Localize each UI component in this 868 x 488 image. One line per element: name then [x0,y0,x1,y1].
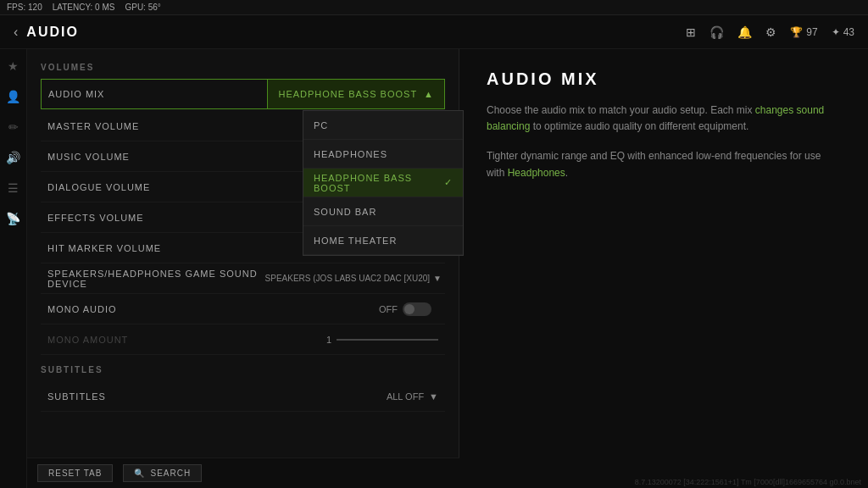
mono-amount-row: MONO AMOUNT 1 [41,324,445,355]
reset-tab-button[interactable]: RESET TAB [37,464,113,482]
dropdown-item-headphone-bass-boost[interactable]: HEADPHONE BASS BOOST ✓ [303,169,463,197]
bottom-bar: RESET TAB 🔍 SEARCH [27,458,459,488]
mono-audio-row[interactable]: MONO AUDIO OFF [41,294,445,324]
slider-track [337,339,438,341]
sidebar-icon-edit[interactable]: ✏ [5,117,22,137]
subtitles-value: ALL OFF ▼ [387,391,445,402]
sidebar-icon-audio[interactable]: 🔊 [3,147,24,168]
desc1-after: to optimize audio quality on different e… [530,120,748,132]
version-info: 8.7.13200072 [34:222:1561+1] Tm [7000[dl… [635,478,861,486]
audio-mix-label: AUDIO MIX [42,80,267,108]
dropdown-item-sound-bar[interactable]: SOUND BAR [303,197,463,226]
mono-amount-label: MONO AMOUNT [41,335,326,345]
page-title: AUDIO [26,25,79,40]
desc1-before: Choose the audio mix to match your audio… [487,104,755,116]
subtitles-section: SUBTITLES SUBTITLES ALL OFF ▼ [41,365,445,412]
rank-icon: ✦ [832,26,840,38]
back-button[interactable]: ‹ [14,25,18,40]
badge-value-1: 97 [806,26,817,38]
sidebar: ★ 👤 ✏ 🔊 ☰ 📡 [0,49,27,488]
settings-icon[interactable]: ⚙ [765,25,776,39]
desc2-after: . [565,167,568,179]
sidebar-icon-star[interactable]: ★ [4,56,22,76]
search-button[interactable]: 🔍 SEARCH [123,464,202,482]
mono-audio-value: OFF [379,302,445,316]
speakers-value: SPEAKERS (JOS LABS UAC2 DAC [XU20] ▼ [265,274,445,283]
reset-tab-label: RESET TAB [48,469,102,478]
notification-icon[interactable]: 🔔 [737,25,752,39]
panel-description-1: Choose the audio mix to match your audio… [487,103,841,135]
mono-amount-number: 1 [326,335,331,345]
latency-stat: LATENCY: 0 MS [53,3,115,12]
speakers-label: SPEAKERS/HEADPHONES GAME SOUND DEVICE [41,269,265,289]
audio-mix-dropdown[interactable]: PC HEADPHONES HEADPHONE BASS BOOST ✓ SOU… [303,110,464,256]
header-right: ⊞ 🎧 🔔 ⚙ 🏆 97 ✦ 43 [686,25,854,39]
speakers-row[interactable]: SPEAKERS/HEADPHONES GAME SOUND DEVICE SP… [41,263,445,294]
badge-trophy: 🏆 97 [790,26,817,38]
sidebar-icon-operator[interactable]: 👤 [3,86,24,107]
checkmark-icon: ✓ [444,177,453,188]
panel-description-2: Tighter dynamic range and EQ with enhanc… [487,148,841,180]
chevron-down-icon: ▼ [433,274,442,283]
speakers-text: SPEAKERS (JOS LABS UAC2 DAC [XU20] [265,274,431,283]
mono-audio-label: MONO AUDIO [41,304,379,314]
panel-title: AUDIO MIX [487,69,841,89]
audio-mix-row[interactable]: AUDIO MIX HEADPHONE BASS BOOST ▲ PC HEAD… [41,79,445,109]
fps-stat: FPS: 120 [7,3,42,12]
subtitles-label: SUBTITLES [41,391,387,402]
badge-value-2: 43 [843,26,854,38]
mono-amount-slider [337,339,438,341]
search-icon: 🔍 [134,469,145,478]
toggle-thumb [404,304,415,314]
subtitles-row[interactable]: SUBTITLES ALL OFF ▼ [41,381,445,412]
mono-audio-text: OFF [379,304,398,314]
header-left: ‹ AUDIO [14,25,79,40]
subtitles-text: ALL OFF [387,391,424,402]
search-label: SEARCH [150,469,191,478]
headphones-icon[interactable]: 🎧 [709,25,724,39]
audio-mix-selected: HEADPHONE BASS BOOST [278,89,417,99]
desc2-link[interactable]: Headphones [508,167,565,179]
chevron-up-icon: ▲ [424,89,434,99]
dropdown-item-home-theater[interactable]: HOME THEATER [303,226,463,255]
volumes-section-title: VOLUMES [41,63,445,72]
header: ‹ AUDIO ⊞ 🎧 🔔 ⚙ 🏆 97 ✦ 43 [0,15,868,49]
right-panel: AUDIO MIX Choose the audio mix to match … [459,49,868,488]
left-panel: VOLUMES AUDIO MIX HEADPHONE BASS BOOST ▲… [27,49,459,488]
sidebar-icon-network[interactable]: 📡 [3,208,24,229]
chevron-down-icon-2: ▼ [429,391,438,402]
gpu-stat: GPU: 56° [125,3,160,12]
sidebar-icon-list[interactable]: ☰ [4,178,22,198]
grid-icon[interactable]: ⊞ [686,25,696,39]
audio-mix-value[interactable]: HEADPHONE BASS BOOST ▲ [267,80,444,108]
mono-amount-value: 1 [326,335,445,345]
badge-rank: ✦ 43 [832,26,854,38]
dropdown-item-headphones[interactable]: HEADPHONES [303,140,463,169]
trophy-icon: 🏆 [790,26,803,38]
top-bar: FPS: 120 LATENCY: 0 MS GPU: 56° [0,0,868,15]
dropdown-item-pc[interactable]: PC [303,111,463,140]
subtitles-section-title: SUBTITLES [41,365,445,374]
main-content: VOLUMES AUDIO MIX HEADPHONE BASS BOOST ▲… [27,49,868,488]
mono-audio-toggle[interactable] [403,302,431,316]
